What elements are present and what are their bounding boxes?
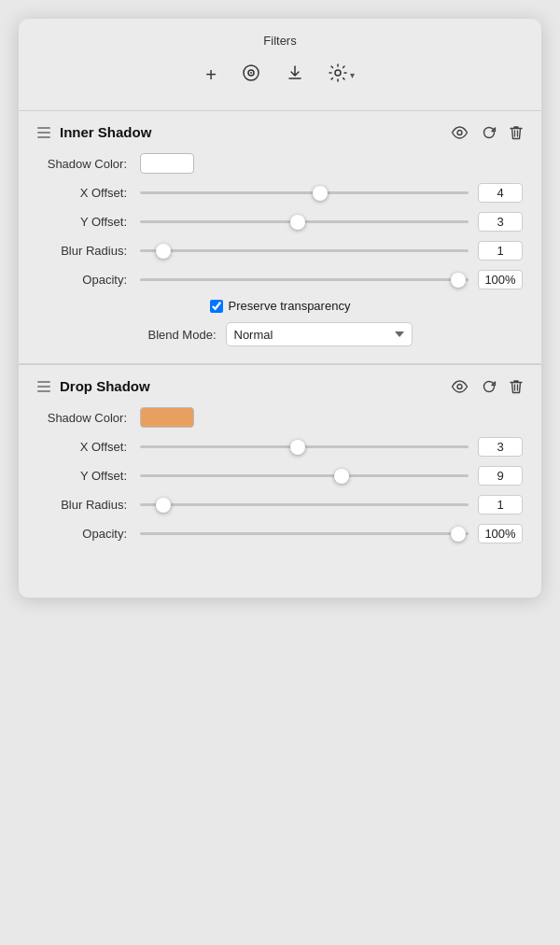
trash-icon (510, 125, 523, 140)
drop-shadow-y-label: Y Offset: (37, 469, 140, 483)
drop-shadow-x-slider[interactable] (140, 445, 469, 448)
inner-shadow-y-slider[interactable] (140, 220, 469, 223)
inner-shadow-opacity-row: Opacity: (37, 270, 523, 289)
drop-shadow-opacity-label: Opacity: (37, 527, 140, 541)
inner-shadow-header: Inner Shadow (37, 124, 523, 140)
inner-shadow-opacity-input[interactable] (478, 270, 523, 289)
inner-shadow-color-row: Shadow Color: (37, 153, 523, 174)
settings-button[interactable]: ▾ (325, 62, 358, 89)
view-icon (241, 63, 261, 88)
drop-shadow-reset-button[interactable] (482, 379, 497, 394)
drop-shadow-color-swatch[interactable] (140, 407, 194, 428)
drop-shadow-x-input[interactable] (478, 437, 523, 457)
toolbar: + (37, 57, 523, 101)
inner-shadow-blur-row: Blur Radius: (37, 241, 523, 261)
preserve-transparency-label: Preserve transparency (229, 299, 351, 313)
inner-shadow-opacity-slider-container (140, 271, 469, 289)
settings-chevron: ▾ (350, 70, 355, 80)
drop-shadow-x-offset-row: X Offset: (37, 437, 523, 457)
download-button[interactable] (282, 62, 308, 89)
drop-shadow-blur-slider-container (140, 496, 469, 515)
download-icon (286, 63, 304, 87)
drop-shadow-color-label: Shadow Color: (37, 411, 140, 425)
drop-shadow-opacity-row: Opacity: (37, 524, 523, 543)
drop-shadow-visibility-button[interactable] (451, 380, 469, 393)
drop-shadow-header: Drop Shadow (37, 378, 523, 394)
drop-shadow-y-offset-row: Y Offset: (37, 466, 523, 486)
preserve-transparency-row: Preserve transparency (37, 299, 523, 313)
drop-shadow-y-slider-container (140, 467, 469, 486)
inner-shadow-x-label: X Offset: (37, 186, 140, 200)
eye-icon (451, 380, 469, 393)
drop-shadow-y-slider[interactable] (140, 474, 469, 477)
inner-shadow-color-label: Shadow Color: (37, 157, 140, 171)
panel-header: Filters + (19, 19, 541, 110)
inner-shadow-y-offset-row: Y Offset: (37, 212, 523, 232)
inner-shadow-reset-button[interactable] (482, 125, 497, 140)
blend-mode-label: Blend Mode: (148, 328, 217, 342)
preserve-transparency-checkbox[interactable] (210, 300, 223, 313)
drop-shadow-blur-input[interactable] (478, 495, 523, 515)
drop-shadow-title: Drop Shadow (60, 378, 150, 394)
inner-shadow-blur-slider-container (140, 242, 469, 261)
trash-icon (510, 379, 523, 394)
panel-title: Filters (37, 34, 523, 48)
blend-mode-row: Blend Mode: Normal Multiply Screen Overl… (37, 322, 523, 346)
eye-icon (451, 126, 469, 139)
inner-shadow-opacity-label: Opacity: (37, 273, 140, 287)
svg-point-4 (457, 130, 462, 134)
drop-shadow-blur-label: Blur Radius: (37, 498, 140, 512)
inner-shadow-title-group: Inner Shadow (37, 124, 151, 140)
inner-shadow-blur-label: Blur Radius: (37, 244, 140, 258)
inner-shadow-x-offset-row: X Offset: (37, 183, 523, 203)
drop-shadow-x-label: X Offset: (37, 440, 140, 454)
inner-shadow-blur-input[interactable] (478, 241, 523, 261)
inner-shadow-opacity-slider[interactable] (140, 278, 469, 281)
drop-shadow-drag-handle[interactable] (37, 381, 50, 392)
blend-mode-select[interactable]: Normal Multiply Screen Overlay Darken Li… (226, 322, 413, 346)
drop-shadow-y-input[interactable] (478, 466, 523, 486)
inner-shadow-section: Inner Shadow (19, 110, 541, 363)
view-button[interactable] (237, 61, 265, 90)
drop-shadow-actions (451, 379, 523, 394)
inner-shadow-visibility-button[interactable] (451, 126, 469, 139)
inner-shadow-x-input[interactable] (478, 183, 523, 203)
inner-shadow-blur-slider[interactable] (140, 249, 469, 252)
drop-shadow-x-slider-container (140, 438, 469, 457)
inner-shadow-delete-button[interactable] (510, 125, 523, 140)
reset-icon (482, 125, 497, 140)
svg-point-2 (250, 72, 252, 74)
inner-shadow-x-slider[interactable] (140, 191, 469, 194)
reset-icon (482, 379, 497, 394)
inner-shadow-drag-handle[interactable] (37, 127, 50, 138)
drop-shadow-title-group: Drop Shadow (37, 378, 150, 394)
drop-shadow-opacity-input[interactable] (478, 524, 523, 543)
inner-shadow-actions (451, 125, 523, 140)
filters-panel: Filters + (19, 19, 541, 598)
svg-point-3 (335, 70, 341, 76)
add-button[interactable]: + (202, 63, 220, 88)
drop-shadow-blur-row: Blur Radius: (37, 495, 523, 515)
inner-shadow-y-slider-container (140, 213, 469, 232)
inner-shadow-y-input[interactable] (478, 212, 523, 232)
svg-point-5 (457, 384, 462, 388)
drop-shadow-blur-slider[interactable] (140, 503, 469, 506)
inner-shadow-y-label: Y Offset: (37, 215, 140, 229)
drop-shadow-opacity-slider-container (140, 525, 469, 543)
drop-shadow-delete-button[interactable] (510, 379, 523, 394)
add-icon: + (205, 64, 217, 86)
drop-shadow-opacity-slider[interactable] (140, 532, 469, 535)
drop-shadow-section: Drop Shadow (19, 364, 541, 570)
inner-shadow-color-swatch[interactable] (140, 153, 194, 174)
inner-shadow-x-slider-container (140, 184, 469, 203)
settings-icon (329, 63, 347, 87)
drop-shadow-color-row: Shadow Color: (37, 407, 523, 428)
inner-shadow-title: Inner Shadow (60, 124, 151, 140)
